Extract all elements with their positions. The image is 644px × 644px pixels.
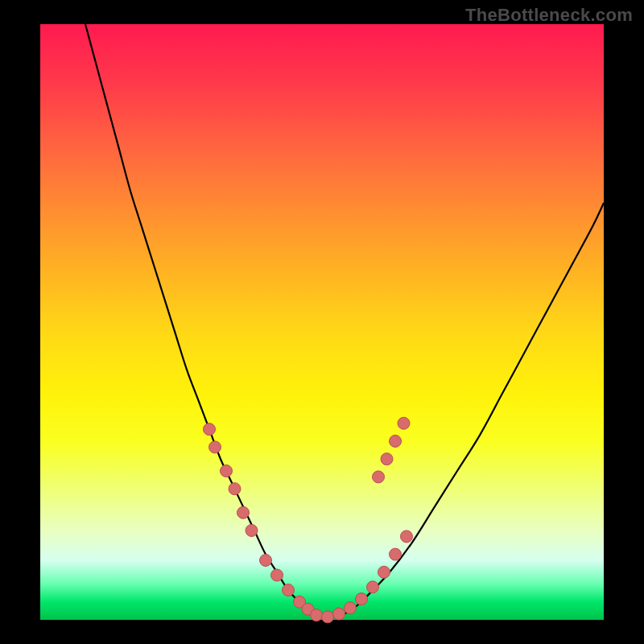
data-dot	[209, 441, 221, 453]
bottleneck-curve	[85, 24, 604, 617]
plot-area	[40, 24, 604, 620]
data-dot	[345, 602, 357, 614]
data-dot	[398, 417, 410, 429]
data-dot	[221, 465, 233, 477]
data-dot	[271, 569, 283, 581]
data-dot	[390, 548, 402, 560]
data-dot	[229, 483, 241, 495]
chart-svg	[40, 24, 604, 620]
data-dot	[381, 453, 393, 465]
data-dot	[401, 530, 413, 543]
data-dot	[260, 555, 272, 567]
data-dot	[237, 506, 250, 518]
data-dot	[283, 584, 295, 597]
data-dot	[356, 593, 368, 605]
data-dot	[378, 566, 390, 578]
data-dot	[373, 471, 385, 483]
data-dot	[390, 436, 402, 448]
data-dot	[333, 608, 345, 620]
data-dots	[204, 417, 413, 623]
data-dot	[311, 609, 323, 621]
watermark-text: TheBottleneck.com	[465, 5, 633, 26]
data-dot	[322, 611, 334, 623]
chart-stage: TheBottleneck.com	[0, 0, 644, 644]
data-dot	[246, 525, 258, 537]
data-dot	[204, 423, 216, 436]
data-dot	[367, 581, 379, 593]
